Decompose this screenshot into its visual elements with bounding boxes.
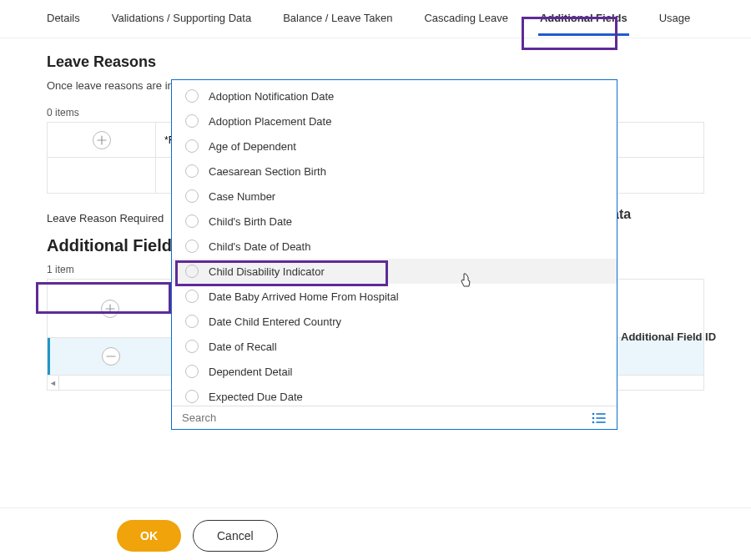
- tab-usage[interactable]: Usage: [659, 12, 691, 29]
- dropdown-option-label: Case Number: [209, 190, 275, 203]
- radio-icon: [185, 315, 199, 328]
- dropdown-option-label: Adoption Placement Date: [209, 115, 331, 128]
- dropdown-option[interactable]: Adoption Placement Date: [172, 108, 617, 134]
- dropdown-option[interactable]: Expected Due Date: [172, 384, 617, 406]
- dropdown-option[interactable]: Adoption Notification Date: [172, 83, 617, 108]
- svg-point-0: [593, 413, 594, 414]
- radio-icon: [185, 340, 199, 353]
- radio-icon: [185, 365, 199, 378]
- plus-icon: [105, 304, 115, 314]
- additional-field-id-column: Additional Field ID: [621, 330, 738, 343]
- svg-point-4: [593, 421, 594, 422]
- dropdown-option[interactable]: Dependent Detail: [172, 359, 617, 384]
- dropdown-list[interactable]: Adoption Notification DateAdoption Place…: [172, 80, 617, 406]
- dropdown-option-label: Child Disability Indicator: [209, 265, 325, 278]
- dropdown-option[interactable]: Child's Date of Death: [172, 234, 617, 259]
- radio-icon: [185, 265, 199, 278]
- dropdown-option-label: Expected Due Date: [209, 391, 303, 403]
- dropdown-option[interactable]: Caesarean Section Birth: [172, 159, 617, 184]
- dropdown-option[interactable]: Child Disability Indicator: [172, 259, 617, 284]
- radio-icon: [185, 214, 199, 228]
- plus-icon: [97, 135, 107, 145]
- radio-icon: [185, 139, 199, 153]
- add-row-button[interactable]: [93, 131, 111, 149]
- radio-icon: [185, 114, 199, 128]
- tab-details[interactable]: Details: [47, 12, 80, 29]
- minus-icon: [106, 351, 116, 361]
- radio-icon: [185, 89, 199, 103]
- additional-field-dropdown: Adoption Notification DateAdoption Place…: [171, 79, 617, 430]
- remove-field-button[interactable]: [102, 347, 120, 366]
- svg-point-2: [593, 417, 594, 418]
- cancel-button[interactable]: Cancel: [193, 520, 278, 552]
- dropdown-option[interactable]: Date of Recall: [172, 334, 617, 359]
- dropdown-option-label: Child's Birth Date: [209, 215, 292, 228]
- tab-validations[interactable]: Validations / Supporting Data: [112, 12, 251, 29]
- radio-icon: [185, 164, 199, 178]
- scroll-left-button[interactable]: ◄: [48, 376, 59, 390]
- tab-bar: Details Validations / Supporting Data Ba…: [0, 0, 751, 38]
- list-icon[interactable]: [592, 412, 607, 424]
- dropdown-option-label: Age of Dependent: [209, 140, 296, 153]
- tab-balance[interactable]: Balance / Leave Taken: [283, 12, 392, 29]
- dropdown-option-label: Dependent Detail: [209, 366, 292, 378]
- dropdown-option[interactable]: Age of Dependent: [172, 134, 617, 159]
- search-input[interactable]: [182, 411, 592, 424]
- dropdown-search-row: [172, 406, 617, 429]
- dropdown-option[interactable]: Case Number: [172, 184, 617, 209]
- dropdown-option-label: Child's Date of Death: [209, 240, 310, 253]
- ok-button[interactable]: OK: [117, 520, 181, 552]
- radio-icon: [185, 290, 199, 303]
- leave-reasons-heading: Leave Reasons: [47, 53, 704, 71]
- dropdown-option-label: Date of Recall: [209, 341, 277, 353]
- dropdown-option-label: Adoption Notification Date: [209, 90, 334, 103]
- dropdown-option[interactable]: Child's Birth Date: [172, 209, 617, 234]
- footer-actions: OK Cancel: [0, 507, 751, 552]
- dropdown-option[interactable]: Date Child Entered Country: [172, 309, 617, 334]
- radio-icon: [185, 189, 199, 203]
- dropdown-option-label: Date Baby Arrived Home From Hospital: [209, 290, 399, 303]
- dropdown-option-label: Caesarean Section Birth: [209, 165, 326, 178]
- radio-icon: [185, 240, 199, 253]
- tab-cascading[interactable]: Cascading Leave: [424, 12, 507, 29]
- dropdown-option[interactable]: Date Baby Arrived Home From Hospital: [172, 284, 617, 309]
- add-field-button[interactable]: [101, 300, 119, 318]
- tab-additional-fields[interactable]: Additional Fields: [540, 12, 628, 29]
- dropdown-option-label: Date Child Entered Country: [209, 315, 341, 328]
- radio-icon: [185, 390, 199, 403]
